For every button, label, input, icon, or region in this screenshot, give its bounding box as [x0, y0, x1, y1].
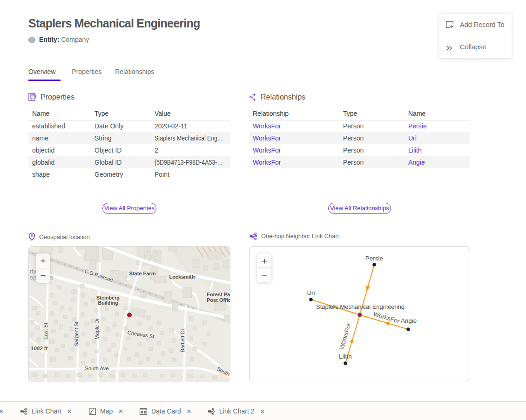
svg-text:Sargent St: Sargent St — [74, 321, 79, 346]
svg-text:Bartlett Dr: Bartlett Dr — [180, 328, 185, 352]
svg-text:Staplers Mechanical Engineerin: Staplers Mechanical Engineering — [316, 303, 405, 310]
svg-text:Building: Building — [98, 300, 118, 306]
svg-text:Maple Dr: Maple Dr — [94, 318, 100, 340]
svg-text:Persie: Persie — [365, 255, 383, 262]
svg-text:Forest Par: Forest Par — [207, 292, 230, 297]
svg-text:Angie: Angie — [401, 317, 417, 324]
svg-text:State Farm: State Farm — [129, 271, 156, 276]
svg-text:Lilith: Lilith — [339, 353, 352, 360]
svg-text:Locksmith: Locksmith — [169, 274, 195, 280]
svg-text:South Ave: South Ave — [85, 366, 108, 371]
svg-text:1002 ft: 1002 ft — [31, 346, 48, 351]
svg-text:Uri: Uri — [307, 289, 315, 296]
svg-text:Post Offic: Post Offic — [207, 297, 230, 303]
svg-text:East St: East St — [43, 322, 48, 340]
